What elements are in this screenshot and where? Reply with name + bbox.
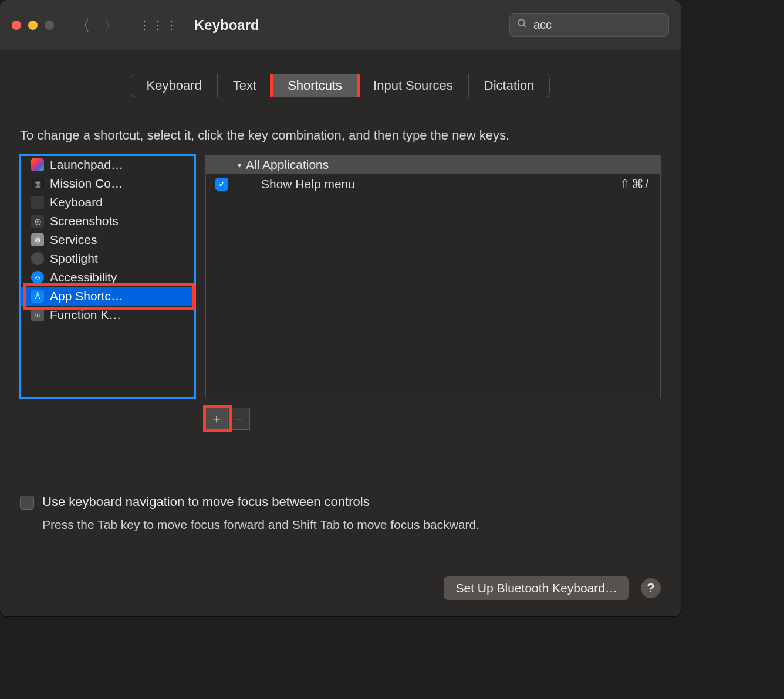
svg-point-0 — [518, 19, 525, 26]
shortcut-list[interactable]: ▾ All Applications ✓ Show Help menu ⇧⌘/ — [205, 155, 661, 398]
grid-icon[interactable]: ⋮⋮⋮ — [138, 18, 179, 32]
keyboard-nav-label: Use keyboard navigation to move focus be… — [42, 494, 370, 510]
zoom-window-button[interactable] — [45, 21, 54, 30]
nav-buttons: 〈 〉 — [75, 18, 119, 33]
add-button[interactable]: ＋ — [205, 408, 228, 430]
category-keyboard[interactable]: Keyboard — [21, 193, 194, 212]
remove-button: － — [228, 408, 250, 430]
shortcut-keys[interactable]: ⇧⌘/ — [620, 177, 650, 191]
bluetooth-keyboard-button[interactable]: Set Up Bluetooth Keyboard… — [444, 576, 629, 600]
tab-shortcuts[interactable]: Shortcuts — [272, 74, 358, 97]
tab-input-sources[interactable]: Input Sources — [358, 74, 469, 97]
search-input[interactable] — [533, 18, 681, 32]
tab-dictation[interactable]: Dictation — [469, 74, 550, 97]
category-launchpad[interactable]: Launchpad… — [21, 155, 194, 174]
tab-bar: Keyboard Text Shortcuts Input Sources Di… — [20, 74, 661, 97]
instruction-text: To change a shortcut, select it, click t… — [20, 128, 661, 143]
category-screenshots[interactable]: ◎Screenshots — [21, 212, 194, 230]
window-title: Keyboard — [194, 17, 509, 33]
keyboard-nav-description: Press the Tab key to move focus forward … — [42, 518, 661, 532]
shortcut-label: Show Help menu — [261, 177, 620, 191]
help-button[interactable]: ? — [641, 578, 661, 598]
category-list[interactable]: Launchpad… ▦Mission Co… Keyboard ◎Screen… — [20, 155, 195, 398]
titlebar: 〈 〉 ⋮⋮⋮ Keyboard ✕ — [0, 0, 681, 50]
keyboard-nav-checkbox[interactable] — [20, 496, 34, 510]
category-spotlight[interactable]: Spotlight — [21, 249, 194, 268]
category-accessibility[interactable]: ☺Accessibility — [21, 268, 194, 287]
disclosure-icon[interactable]: ▾ — [238, 161, 241, 169]
search-icon — [517, 18, 528, 32]
content-area: Keyboard Text Shortcuts Input Sources Di… — [0, 50, 681, 616]
back-button[interactable]: 〈 — [75, 18, 90, 33]
close-window-button[interactable] — [12, 21, 21, 30]
shortcut-enabled-checkbox[interactable]: ✓ — [215, 178, 228, 191]
category-mission-control[interactable]: ▦Mission Co… — [21, 174, 194, 193]
category-services[interactable]: ✻Services — [21, 230, 194, 249]
forward-button: 〉 — [103, 18, 119, 33]
traffic-lights — [12, 21, 54, 30]
svg-line-1 — [523, 25, 526, 27]
category-function-keys[interactable]: fnFunction K… — [21, 306, 194, 324]
tab-text[interactable]: Text — [218, 74, 272, 97]
group-all-applications[interactable]: ▾ All Applications — [206, 155, 660, 174]
shortcut-row[interactable]: ✓ Show Help menu ⇧⌘/ — [206, 174, 660, 194]
category-app-shortcuts[interactable]: ÅApp Shortc… — [21, 287, 194, 306]
search-field[interactable]: ✕ — [509, 13, 669, 37]
minimize-window-button[interactable] — [28, 21, 38, 30]
tab-keyboard[interactable]: Keyboard — [131, 74, 218, 97]
preferences-window: 〈 〉 ⋮⋮⋮ Keyboard ✕ Keyboard Text Shortcu… — [0, 0, 681, 616]
